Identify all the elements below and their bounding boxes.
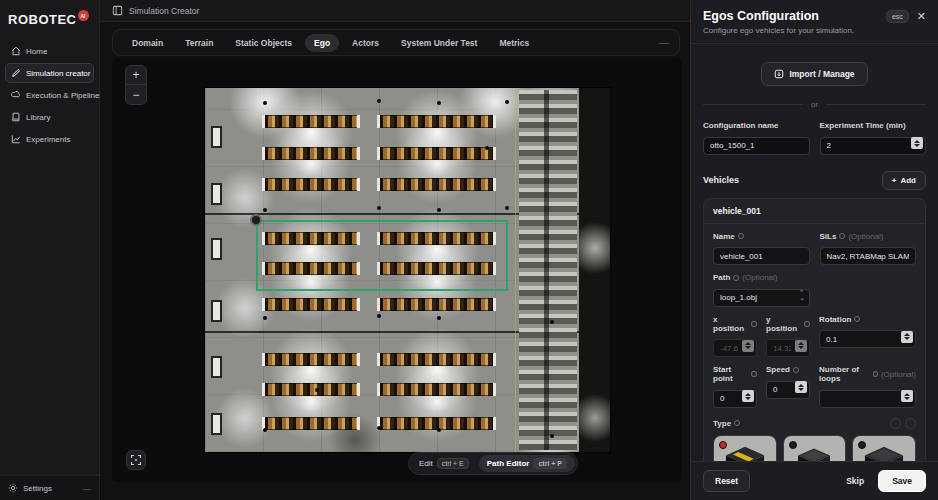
save-button[interactable]: Save	[878, 470, 926, 492]
chart-icon	[11, 134, 21, 144]
path-editor-label: Path Editor	[487, 459, 530, 468]
tab-static-objects[interactable]: Static Objects	[226, 34, 301, 52]
topbar: Simulation Creator	[100, 0, 690, 22]
sidebar-item-simulation-creator[interactable]: Simulation creator	[5, 63, 94, 83]
number-of-loops-label: Number of loops	[819, 365, 870, 383]
panel-toggle-icon[interactable]	[112, 5, 123, 16]
add-vehicle-button[interactable]: + Add	[882, 171, 926, 190]
info-icon	[738, 233, 744, 239]
tab-system-under-test[interactable]: System Under Test	[392, 34, 486, 52]
vehicles-header: Vehicles + Add	[703, 171, 926, 190]
close-icon[interactable]: ✕	[917, 10, 926, 23]
type-option-otto1500-basic[interactable]: OTTO1500_Basic_platform	[852, 435, 916, 462]
left-rack	[211, 300, 222, 322]
x-position-label: x position	[713, 315, 748, 333]
type-option-otto600[interactable]: OTTO600	[783, 435, 847, 462]
floor-marking	[515, 88, 516, 452]
import-icon	[774, 69, 784, 79]
vehicle-type-image	[853, 436, 915, 462]
stepper-icon[interactable]	[795, 340, 807, 352]
info-icon	[751, 321, 757, 327]
zoom-in-button[interactable]: +	[126, 66, 146, 85]
pencil-icon	[11, 68, 21, 78]
path-editor-mode-button[interactable]: Path Editor ctrl + P	[479, 455, 575, 472]
type-header: Type	[713, 418, 916, 429]
map-canvas[interactable]: + −	[112, 58, 682, 482]
sidebar-item-library[interactable]: Library	[5, 107, 94, 127]
y-position-field: y position	[766, 315, 810, 358]
sidebar-item-experiments[interactable]: Experiments	[5, 129, 94, 149]
tab-metrics[interactable]: Metrics	[490, 34, 538, 52]
vehicles-label: Vehicles	[703, 175, 739, 185]
tab-terrain[interactable]: Terrain	[176, 34, 222, 52]
name-input[interactable]	[713, 247, 810, 265]
sidebar-nav: Home Simulation creator Execution & Pipe…	[0, 41, 99, 149]
stepper-icon[interactable]	[742, 390, 754, 402]
info-icon	[804, 321, 810, 327]
left-rack	[211, 126, 222, 148]
mode-toolbar: Edit ctrl + E Path Editor ctrl + P	[408, 452, 578, 475]
vehicle-card: vehicle_001 Name SiLs	[703, 198, 926, 462]
type-option-otto1500-lifting[interactable]: OTTO1500_Lifting_platform	[713, 435, 777, 462]
reset-button[interactable]: Reset	[703, 470, 750, 492]
recenter-button[interactable]	[126, 450, 146, 470]
stepper-icon[interactable]	[901, 331, 913, 343]
home-icon	[11, 46, 21, 56]
vehicle-card-title: vehicle_001	[704, 199, 925, 224]
sils-input[interactable]	[820, 247, 917, 265]
tab-domain[interactable]: Domain	[123, 34, 172, 52]
warehouse-map[interactable]	[205, 88, 610, 452]
info-icon	[733, 275, 739, 281]
left-rack	[211, 356, 222, 378]
info-icon	[854, 316, 860, 322]
esc-badge: esc	[886, 10, 909, 23]
tabs-bar: Domain Terrain Static Objects Ego Actors…	[112, 29, 680, 56]
radio-unselected-icon	[789, 441, 797, 449]
selection-rectangle[interactable]	[256, 220, 508, 291]
panel-footer: Reset Skip Save	[691, 461, 938, 500]
stepper-icon[interactable]	[911, 137, 923, 149]
sidebar-item-label: Simulation creator	[26, 69, 90, 78]
path-field: Path (Optional) ⌃⌃	[713, 273, 810, 307]
type-label: Type	[713, 419, 731, 428]
edit-mode-button[interactable]: Edit ctrl + E	[411, 455, 477, 472]
rotation-label: Rotation	[819, 315, 851, 324]
collapse-sidebar-icon[interactable]: —	[83, 484, 91, 493]
info-icon	[751, 371, 757, 377]
import-manage-button[interactable]: Import / Manage	[761, 62, 867, 86]
path-select[interactable]	[713, 289, 810, 307]
left-rack	[211, 183, 222, 205]
brand-logo: ROBOTEC AI	[0, 0, 99, 41]
edit-mode-label: Edit	[419, 459, 433, 468]
carousel-prev-button[interactable]	[890, 418, 901, 429]
zoom-out-button[interactable]: −	[126, 85, 146, 104]
sidebar-item-settings[interactable]: Settings —	[0, 475, 99, 500]
carousel-next-button[interactable]	[905, 418, 916, 429]
stepper-icon[interactable]	[901, 390, 913, 402]
stepper-icon[interactable]	[742, 340, 754, 352]
panel-header: Egos Configuration esc ✕ Configure ego v…	[691, 0, 938, 44]
collapse-tabs-icon[interactable]: —	[659, 37, 669, 48]
radio-selected-icon	[719, 441, 727, 449]
add-vehicle-label: Add	[900, 176, 916, 185]
sidebar-item-execution-pipelines[interactable]: Execution & Pipelines	[5, 85, 94, 105]
vertical-racks	[519, 90, 577, 450]
name-field: Name	[713, 232, 810, 266]
sidebar-item-home[interactable]: Home	[5, 41, 94, 61]
stepper-icon[interactable]	[795, 381, 807, 393]
brand-ai-badge: AI	[78, 10, 89, 21]
start-point-label: Start point	[713, 365, 748, 383]
skip-button[interactable]: Skip	[838, 471, 872, 491]
tab-ego[interactable]: Ego	[305, 34, 339, 52]
rotation-field: Rotation	[819, 315, 916, 358]
info-icon	[734, 420, 740, 426]
radio-unselected-icon	[858, 441, 866, 449]
selection-handle[interactable]	[250, 214, 262, 226]
path-editor-shortcut-badge: ctrl + P	[533, 458, 567, 469]
path-optional-label: (Optional)	[742, 273, 777, 282]
configuration-name-input[interactable]	[703, 137, 810, 155]
chevron-up-down-icon: ⌃⌃	[799, 290, 805, 300]
start-point-field: Start point	[713, 365, 757, 408]
tab-actors[interactable]: Actors	[343, 34, 388, 52]
or-divider: or	[703, 100, 926, 109]
